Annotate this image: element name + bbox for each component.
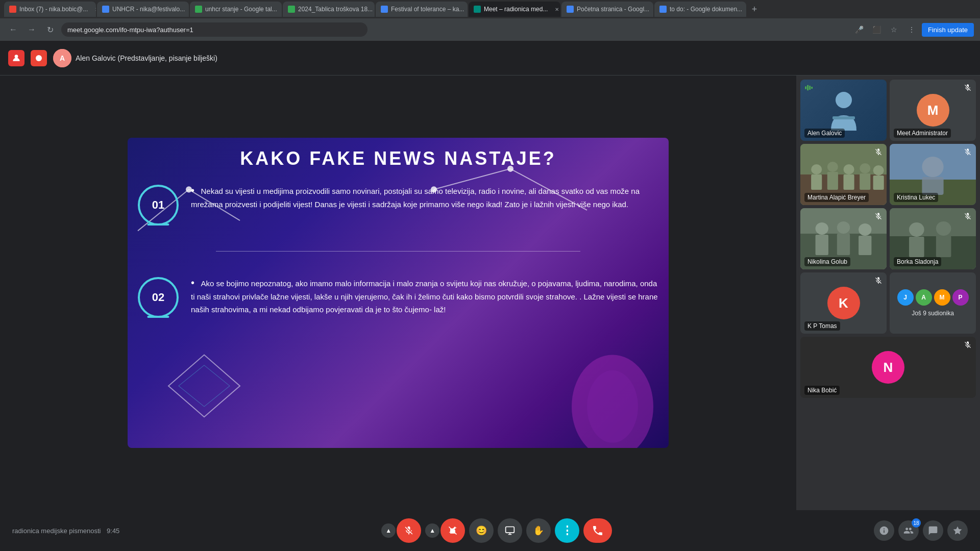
svg-rect-49: [936, 236, 951, 257]
chat-button[interactable]: [923, 520, 943, 541]
svg-text:A: A: [60, 54, 65, 62]
svg-point-25: [860, 163, 870, 173]
participant-row-3: Nikolina Golub: [800, 208, 976, 269]
mini-avatar-1: J: [897, 289, 914, 306]
meeting-info: radionica medijske pismenosti 9:45: [12, 527, 119, 535]
participant-name-borka: Borka Sladonja: [894, 257, 941, 266]
participant-tile-kristina[interactable]: Kristina Lukec: [890, 144, 976, 205]
activities-button[interactable]: [947, 520, 968, 541]
present-button[interactable]: [498, 518, 522, 543]
participant-tile-alen[interactable]: Alen Galovic: [800, 80, 887, 141]
settings-icon[interactable]: ⋮: [904, 22, 919, 37]
controls-center: ▲ ▲ 😊 ✋: [381, 518, 612, 543]
participants-panel: Alen Galovic M Meet Administrator: [796, 76, 980, 510]
svg-point-46: [909, 222, 924, 237]
finish-update-button[interactable]: Finish update: [922, 23, 974, 37]
participant-tile-martina[interactable]: Martina Alapić Breyer: [800, 144, 887, 205]
bookmark-icon[interactable]: ☆: [887, 22, 901, 37]
svg-point-34: [922, 157, 943, 177]
tab-meet[interactable]: Meet – radionica med... ✕: [469, 2, 560, 17]
reload-button[interactable]: ↻: [43, 22, 57, 37]
tab-label-festival: Festival of tolerance – ka...: [391, 6, 464, 13]
borka-mute-icon: [964, 212, 972, 222]
tab-favicon-pocetna: [567, 6, 574, 13]
mini-avatar-3: M: [934, 289, 950, 306]
tab-close-gmail[interactable]: ✕: [93, 5, 96, 13]
controls-right: 18: [874, 520, 968, 541]
tab-todo[interactable]: to do: - Google dokumen... ✕: [654, 2, 746, 17]
presenter-name: Alen Galovic (Predstavljanje, pisanje bi…: [76, 54, 217, 62]
participant-name-kristina: Kristina Lukec: [894, 193, 938, 202]
tab-stanje[interactable]: unhcr stanje - Google tal... ✕: [190, 2, 282, 17]
participant-row-1: Alen Galovic M Meet Administrator: [800, 80, 976, 141]
svg-point-14: [836, 92, 852, 108]
svg-rect-29: [844, 174, 854, 190]
kristina-mute-icon: [964, 148, 972, 158]
tab-pocetna[interactable]: Početna stranica - Googl... ✕: [561, 2, 653, 17]
back-button[interactable]: ←: [6, 22, 20, 37]
tab-favicon-todo: [659, 6, 667, 13]
mini-avatar-4: P: [952, 289, 969, 306]
meet-controls: radionica medijske pismenosti 9:45 ▲ ▲ 😊: [0, 510, 980, 551]
presentation-slide: KAKO FAKE NEWS NASTAJE? 01 • Nekad su vi…: [128, 138, 669, 448]
raise-hand-icon: ✋: [533, 525, 544, 536]
svg-point-22: [811, 164, 822, 174]
svg-rect-31: [873, 176, 884, 190]
address-bar[interactable]: meet.google.com/ifo-mtpu-iwa?authuser=1: [61, 22, 368, 37]
admin-mute-icon: [964, 84, 972, 93]
cast-icon[interactable]: ⬛: [870, 22, 884, 37]
bullet-1: •: [191, 185, 194, 196]
tab-label-meet: Meet – radionica med...: [484, 6, 548, 13]
more-options-button[interactable]: ⋮: [555, 518, 579, 543]
presenter-info: A Alen Galovic (Predstavljanje, pisanje …: [53, 49, 217, 67]
svg-point-47: [936, 221, 951, 236]
record-indicator: [31, 50, 47, 66]
participant-tile-nika[interactable]: N Nika Bobić: [800, 337, 976, 398]
svg-rect-42: [837, 234, 850, 255]
participant-row-4: K K P Tomas J A M P: [800, 272, 976, 334]
slide-inner: KAKO FAKE NEWS NASTAJE? 01 • Nekad su vi…: [128, 148, 669, 448]
camera-expand-button[interactable]: ▲: [425, 523, 439, 538]
people-button[interactable]: 18: [898, 520, 919, 541]
svg-rect-51: [506, 527, 514, 533]
tab-label-pocetna: Početna stranica - Googl...: [577, 6, 649, 13]
tab-favicon-unhcr: [102, 6, 109, 13]
participant-tile-borka[interactable]: Borka Sladonja: [890, 208, 976, 269]
participant-tile-kp[interactable]: K K P Tomas: [800, 272, 887, 334]
svg-rect-16: [805, 86, 806, 89]
tab-favicon-meet: [474, 6, 481, 13]
svg-rect-28: [827, 172, 838, 190]
toolbar-icons: 🎤 ⬛ ☆ ⋮ Finish update: [852, 22, 974, 37]
tab-tablica[interactable]: 2024_Tablica troškova 18... ✕: [283, 2, 375, 17]
participant-row-2: Martina Alapić Breyer: [800, 144, 976, 205]
svg-rect-18: [809, 86, 811, 90]
new-tab-button[interactable]: +: [747, 2, 762, 16]
raise-hand-button[interactable]: ✋: [526, 518, 551, 543]
mic-expand-button[interactable]: ▲: [381, 523, 396, 538]
svg-point-39: [837, 221, 850, 234]
participant-tile-more[interactable]: J A M P Još 9 sudionika: [890, 272, 976, 334]
participant-name-nikolina: Nikolina Golub: [804, 257, 850, 266]
tab-favicon-gmail: [9, 6, 16, 13]
end-call-button[interactable]: [583, 518, 612, 543]
camera-toggle-button[interactable]: [440, 518, 465, 543]
tab-close-meet[interactable]: ✕: [553, 5, 560, 13]
browser-toolbar: ← → ↻ meet.google.com/ifo-mtpu-iwa?authu…: [0, 18, 980, 41]
tab-label-stanje: unhcr stanje - Google tal...: [205, 6, 277, 13]
forward-button[interactable]: →: [24, 22, 39, 37]
emoji-button[interactable]: 😊: [469, 518, 494, 543]
microphone-icon[interactable]: 🎤: [852, 22, 867, 37]
more-tile-bg: J A M P Još 9 sudionika: [890, 272, 976, 334]
mic-toggle-button[interactable]: [397, 518, 421, 543]
kp-mute-icon: [874, 277, 883, 286]
camera-group: ▲: [425, 518, 465, 543]
tab-festival[interactable]: Festival of tolerance – ka... ✕: [376, 2, 468, 17]
slide-points: 01 • Nekad su vijesti u medijima proizvo…: [128, 185, 669, 318]
tab-gmail[interactable]: Inbox (7) - nika.bobic@... ✕: [4, 2, 96, 17]
participant-tile-admin[interactable]: M Meet Administrator: [890, 80, 976, 141]
svg-rect-43: [859, 236, 871, 255]
participant-tile-nikolina[interactable]: Nikolina Golub: [800, 208, 887, 269]
tab-unhcr[interactable]: UNHCR - nika@festivalo... ✕: [97, 2, 189, 17]
info-button[interactable]: [874, 520, 894, 541]
svg-point-24: [844, 164, 854, 174]
